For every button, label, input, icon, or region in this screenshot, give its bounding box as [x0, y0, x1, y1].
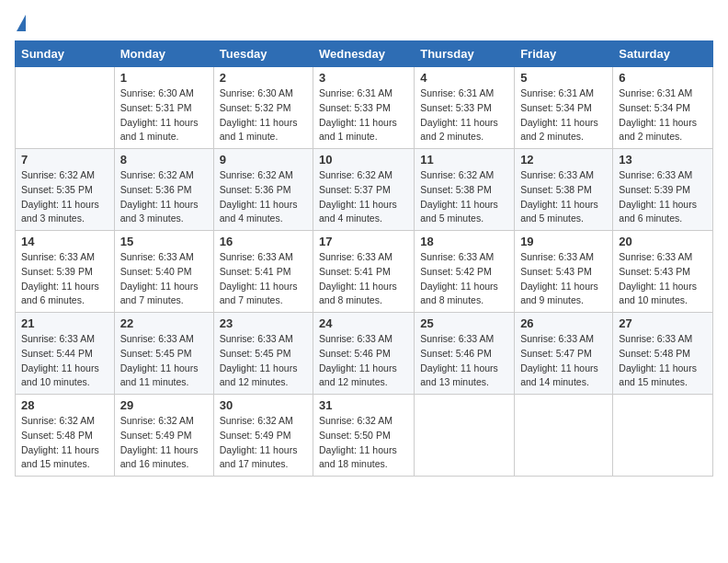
day-cell: 16Sunrise: 6:33 AMSunset: 5:41 PMDayligh… — [213, 231, 313, 313]
day-info: Sunrise: 6:33 AMSunset: 5:46 PMDaylight:… — [420, 332, 508, 390]
day-number: 25 — [420, 316, 508, 330]
day-cell: 29Sunrise: 6:32 AMSunset: 5:49 PMDayligh… — [114, 395, 213, 477]
day-cell: 13Sunrise: 6:33 AMSunset: 5:39 PMDayligh… — [613, 149, 713, 231]
day-info: Sunrise: 6:33 AMSunset: 5:40 PMDaylight:… — [120, 250, 208, 308]
day-info: Sunrise: 6:30 AMSunset: 5:32 PMDaylight:… — [220, 86, 307, 144]
day-info: Sunrise: 6:33 AMSunset: 5:41 PMDaylight:… — [319, 250, 408, 308]
day-info: Sunrise: 6:33 AMSunset: 5:45 PMDaylight:… — [220, 332, 307, 390]
day-number: 2 — [220, 71, 307, 85]
day-cell: 11Sunrise: 6:32 AMSunset: 5:38 PMDayligh… — [415, 149, 515, 231]
week-row-1: 1Sunrise: 6:30 AMSunset: 5:31 PMDaylight… — [16, 67, 713, 149]
week-row-5: 28Sunrise: 6:32 AMSunset: 5:48 PMDayligh… — [16, 395, 713, 477]
day-info: Sunrise: 6:33 AMSunset: 5:45 PMDaylight:… — [120, 332, 208, 390]
day-number: 6 — [619, 71, 707, 85]
day-cell: 18Sunrise: 6:33 AMSunset: 5:42 PMDayligh… — [415, 231, 515, 313]
day-number: 31 — [319, 398, 408, 412]
day-cell: 31Sunrise: 6:32 AMSunset: 5:50 PMDayligh… — [313, 395, 415, 477]
day-info: Sunrise: 6:33 AMSunset: 5:44 PMDaylight:… — [21, 332, 108, 390]
day-info: Sunrise: 6:33 AMSunset: 5:48 PMDaylight:… — [619, 332, 707, 390]
day-info: Sunrise: 6:31 AMSunset: 5:33 PMDaylight:… — [319, 86, 408, 144]
day-number: 8 — [120, 153, 208, 167]
day-cell: 24Sunrise: 6:33 AMSunset: 5:46 PMDayligh… — [313, 313, 415, 395]
day-number: 29 — [120, 398, 208, 412]
day-cell: 20Sunrise: 6:33 AMSunset: 5:43 PMDayligh… — [613, 231, 713, 313]
day-info: Sunrise: 6:32 AMSunset: 5:38 PMDaylight:… — [420, 168, 508, 226]
day-number: 27 — [619, 316, 707, 330]
day-cell: 12Sunrise: 6:33 AMSunset: 5:38 PMDayligh… — [515, 149, 613, 231]
day-info: Sunrise: 6:31 AMSunset: 5:33 PMDaylight:… — [420, 86, 508, 144]
day-cell: 10Sunrise: 6:32 AMSunset: 5:37 PMDayligh… — [313, 149, 415, 231]
day-number: 1 — [120, 71, 208, 85]
day-cell: 5Sunrise: 6:31 AMSunset: 5:34 PMDaylight… — [515, 67, 613, 149]
day-cell — [515, 395, 613, 477]
day-info: Sunrise: 6:33 AMSunset: 5:39 PMDaylight:… — [21, 250, 108, 308]
day-cell: 7Sunrise: 6:32 AMSunset: 5:35 PMDaylight… — [16, 149, 115, 231]
weekday-header-friday: Friday — [515, 41, 613, 67]
day-info: Sunrise: 6:33 AMSunset: 5:38 PMDaylight:… — [520, 168, 607, 226]
day-number: 26 — [520, 316, 607, 330]
day-number: 14 — [21, 235, 108, 248]
day-info: Sunrise: 6:31 AMSunset: 5:34 PMDaylight:… — [619, 86, 707, 144]
weekday-header-saturday: Saturday — [613, 41, 713, 67]
day-info: Sunrise: 6:32 AMSunset: 5:48 PMDaylight:… — [21, 414, 108, 472]
day-number: 5 — [520, 71, 607, 85]
day-number: 19 — [520, 235, 607, 248]
day-info: Sunrise: 6:33 AMSunset: 5:41 PMDaylight:… — [220, 250, 307, 308]
day-info: Sunrise: 6:32 AMSunset: 5:50 PMDaylight:… — [319, 414, 408, 472]
day-cell: 14Sunrise: 6:33 AMSunset: 5:39 PMDayligh… — [16, 231, 115, 313]
day-number: 7 — [21, 153, 108, 167]
day-number: 17 — [319, 235, 408, 248]
day-cell: 28Sunrise: 6:32 AMSunset: 5:48 PMDayligh… — [16, 395, 115, 477]
weekday-header-row: SundayMondayTuesdayWednesdayThursdayFrid… — [16, 41, 713, 67]
day-number: 11 — [420, 153, 508, 167]
day-info: Sunrise: 6:32 AMSunset: 5:49 PMDaylight:… — [220, 414, 307, 472]
day-info: Sunrise: 6:33 AMSunset: 5:43 PMDaylight:… — [619, 250, 707, 308]
day-number: 3 — [319, 71, 408, 85]
calendar-table: SundayMondayTuesdayWednesdayThursdayFrid… — [15, 40, 713, 477]
week-row-2: 7Sunrise: 6:32 AMSunset: 5:35 PMDaylight… — [16, 149, 713, 231]
day-cell: 22Sunrise: 6:33 AMSunset: 5:45 PMDayligh… — [114, 313, 213, 395]
day-cell: 2Sunrise: 6:30 AMSunset: 5:32 PMDaylight… — [213, 67, 313, 149]
day-number: 15 — [120, 235, 208, 248]
day-cell: 27Sunrise: 6:33 AMSunset: 5:48 PMDayligh… — [613, 313, 713, 395]
day-number: 20 — [619, 235, 707, 248]
logo-triangle-icon — [17, 15, 26, 31]
weekday-header-thursday: Thursday — [415, 41, 515, 67]
day-cell: 6Sunrise: 6:31 AMSunset: 5:34 PMDaylight… — [613, 67, 713, 149]
day-cell: 8Sunrise: 6:32 AMSunset: 5:36 PMDaylight… — [114, 149, 213, 231]
day-cell — [16, 67, 115, 149]
day-info: Sunrise: 6:32 AMSunset: 5:37 PMDaylight:… — [319, 168, 408, 226]
day-cell: 21Sunrise: 6:33 AMSunset: 5:44 PMDayligh… — [16, 313, 115, 395]
day-info: Sunrise: 6:31 AMSunset: 5:34 PMDaylight:… — [520, 86, 607, 144]
day-info: Sunrise: 6:32 AMSunset: 5:49 PMDaylight:… — [120, 414, 208, 472]
day-number: 9 — [220, 153, 307, 167]
day-info: Sunrise: 6:32 AMSunset: 5:35 PMDaylight:… — [21, 168, 108, 226]
day-cell: 19Sunrise: 6:33 AMSunset: 5:43 PMDayligh… — [515, 231, 613, 313]
weekday-header-wednesday: Wednesday — [313, 41, 415, 67]
day-info: Sunrise: 6:33 AMSunset: 5:42 PMDaylight:… — [420, 250, 508, 308]
day-cell — [415, 395, 515, 477]
day-info: Sunrise: 6:32 AMSunset: 5:36 PMDaylight:… — [220, 168, 307, 226]
page-header — [15, 15, 713, 33]
week-row-4: 21Sunrise: 6:33 AMSunset: 5:44 PMDayligh… — [16, 313, 713, 395]
weekday-header-tuesday: Tuesday — [213, 41, 313, 67]
weekday-header-monday: Monday — [114, 41, 213, 67]
day-cell — [613, 395, 713, 477]
day-number: 18 — [420, 235, 508, 248]
day-cell: 3Sunrise: 6:31 AMSunset: 5:33 PMDaylight… — [313, 67, 415, 149]
logo — [15, 15, 26, 33]
day-number: 24 — [319, 316, 408, 330]
day-number: 10 — [319, 153, 408, 167]
day-info: Sunrise: 6:33 AMSunset: 5:47 PMDaylight:… — [520, 332, 607, 390]
week-row-3: 14Sunrise: 6:33 AMSunset: 5:39 PMDayligh… — [16, 231, 713, 313]
day-number: 30 — [220, 398, 307, 412]
day-number: 28 — [21, 398, 108, 412]
day-number: 12 — [520, 153, 607, 167]
day-number: 4 — [420, 71, 508, 85]
day-number: 21 — [21, 316, 108, 330]
weekday-header-sunday: Sunday — [16, 41, 115, 67]
day-number: 22 — [120, 316, 208, 330]
day-cell: 4Sunrise: 6:31 AMSunset: 5:33 PMDaylight… — [415, 67, 515, 149]
day-info: Sunrise: 6:33 AMSunset: 5:46 PMDaylight:… — [319, 332, 408, 390]
day-cell: 17Sunrise: 6:33 AMSunset: 5:41 PMDayligh… — [313, 231, 415, 313]
